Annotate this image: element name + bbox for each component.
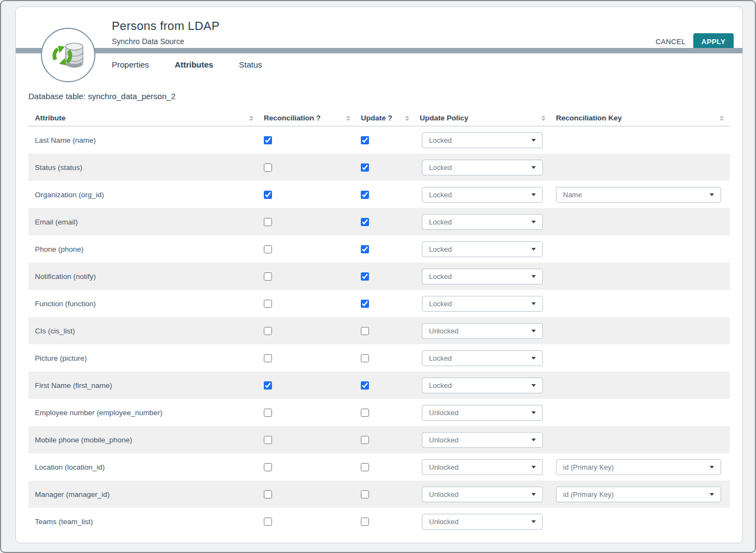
update-policy-cell: Locked	[414, 132, 551, 148]
attribute-cell: Status (status)	[28, 163, 258, 172]
sort-arrows-icon[interactable]	[405, 116, 409, 121]
reconciliation-key-select[interactable]: Name	[556, 187, 721, 203]
attribute-label: Employee number (employee_number)	[35, 409, 162, 417]
update-checkbox[interactable]	[361, 163, 369, 172]
sort-arrows-icon[interactable]	[346, 116, 350, 121]
reconciliation-checkbox[interactable]	[264, 490, 272, 499]
update-checkbox[interactable]	[361, 436, 369, 444]
update-checkbox[interactable]	[361, 327, 369, 335]
table-row: Last Name (name) Locked	[28, 126, 730, 154]
update-checkbox[interactable]	[361, 300, 369, 308]
tab-attributes[interactable]: Attributes	[174, 60, 213, 69]
update-checkbox[interactable]	[361, 409, 369, 417]
reconciliation-checkbox[interactable]	[264, 518, 272, 526]
tab-label: Properties	[112, 60, 149, 69]
reconciliation-checkbox[interactable]	[264, 136, 272, 144]
update-policy-select[interactable]: Locked	[422, 269, 543, 284]
update-checkbox[interactable]	[361, 272, 369, 281]
update-checkbox[interactable]	[361, 490, 369, 499]
sort-arrows-icon[interactable]	[249, 116, 253, 121]
column-label: Update Policy	[420, 114, 468, 122]
column-header: Attribute	[28, 110, 258, 126]
update-policy-value: Locked	[429, 163, 452, 172]
update-policy-select[interactable]: Unlocked	[422, 432, 543, 448]
table-row: Email (email) Locked	[28, 208, 730, 235]
sort-arrows-icon[interactable]	[541, 116, 546, 121]
attribute-cell: Picture (picture)	[28, 354, 258, 362]
column-label: Update ?	[361, 114, 392, 122]
reconciliation-checkbox[interactable]	[264, 409, 272, 417]
tab-label: Status	[239, 60, 262, 69]
update-checkbox[interactable]	[361, 381, 369, 390]
update-policy-select[interactable]: Locked	[422, 296, 543, 312]
attribute-label: Mobile phone (mobile_phone)	[35, 436, 132, 444]
update-checkbox[interactable]	[361, 136, 369, 144]
reconciliation-checkbox[interactable]	[264, 381, 272, 390]
reconciliation-checkbox[interactable]	[264, 354, 272, 362]
tab-status[interactable]: Status	[239, 60, 262, 69]
update-policy-select[interactable]: Locked	[422, 214, 543, 230]
update-policy-select[interactable]: Locked	[422, 378, 543, 393]
update-checkbox[interactable]	[361, 245, 369, 253]
reconciliation-checkbox[interactable]	[264, 436, 272, 444]
table-row: First Name (first_name) Locked	[28, 372, 730, 399]
update-policy-value: Unlocked	[429, 490, 458, 499]
update-cell	[355, 163, 414, 172]
update-policy-select[interactable]: Unlocked	[422, 323, 543, 339]
update-policy-select[interactable]: Locked	[422, 350, 543, 366]
attribute-cell: Manager (manager_id)	[28, 490, 258, 499]
update-checkbox[interactable]	[361, 354, 369, 362]
update-checkbox[interactable]	[361, 518, 369, 526]
datasource-card: Persons from LDAP Synchro Data Source CA…	[15, 7, 743, 543]
caret-down-icon	[531, 330, 536, 332]
reconciliation-key-select[interactable]: id (Primary Key)	[556, 487, 721, 502]
reconciliation-checkbox[interactable]	[264, 463, 272, 471]
reconciliation-checkbox[interactable]	[264, 163, 272, 172]
attribute-label: Organization (org_id)	[35, 191, 104, 199]
update-policy-select[interactable]: Unlocked	[422, 459, 543, 475]
column-label: Attribute	[35, 114, 65, 122]
table-row: Manager (manager_id) Unlocked id (Primar…	[28, 481, 730, 508]
reconciliation-checkbox[interactable]	[264, 272, 272, 281]
update-checkbox[interactable]	[361, 463, 369, 471]
caret-down-icon	[531, 411, 536, 414]
update-cell	[355, 436, 414, 444]
update-policy-select[interactable]: Unlocked	[422, 487, 543, 502]
reconciliation-checkbox[interactable]	[264, 218, 272, 226]
update-policy-cell: Unlocked	[414, 323, 551, 339]
update-cell	[355, 272, 414, 281]
update-cell	[355, 218, 414, 226]
update-policy-value: Locked	[429, 218, 452, 226]
update-policy-select[interactable]: Unlocked	[422, 514, 543, 530]
update-policy-value: Locked	[429, 300, 452, 308]
table-row: Status (status) Locked	[28, 154, 730, 181]
table-row: Employee number (employee_number) Unlock…	[28, 399, 730, 426]
reconciliation-checkbox[interactable]	[264, 245, 272, 253]
update-policy-select[interactable]: Unlocked	[422, 405, 543, 421]
update-policy-select[interactable]: Locked	[422, 241, 543, 257]
reconciliation-cell	[258, 218, 355, 226]
update-policy-select[interactable]: Locked	[422, 187, 543, 203]
update-checkbox[interactable]	[361, 218, 369, 226]
update-policy-select[interactable]: Locked	[422, 132, 543, 148]
caret-down-icon	[531, 248, 536, 251]
update-policy-cell: Locked	[414, 187, 551, 203]
reconciliation-checkbox[interactable]	[264, 191, 272, 199]
update-cell	[355, 381, 414, 390]
title-block: Persons from LDAP Synchro Data Source	[112, 19, 220, 46]
reconciliation-cell	[258, 463, 355, 471]
update-checkbox[interactable]	[361, 191, 369, 199]
reconciliation-key-select[interactable]: id (Primary Key)	[556, 459, 721, 475]
sort-arrows-icon[interactable]	[719, 116, 724, 121]
tab-properties[interactable]: Properties	[112, 60, 149, 69]
update-policy-cell: Unlocked	[414, 432, 551, 448]
update-policy-select[interactable]: Locked	[422, 160, 543, 175]
update-policy-cell: Unlocked	[414, 487, 551, 502]
attribute-cell: Function (function)	[28, 300, 258, 308]
reconciliation-checkbox[interactable]	[264, 327, 272, 335]
update-policy-value: Unlocked	[429, 436, 458, 444]
caret-down-icon	[531, 166, 536, 169]
reconciliation-checkbox[interactable]	[264, 300, 272, 308]
synchro-datasource-window: Persons from LDAP Synchro Data Source CA…	[0, 0, 756, 553]
cancel-button[interactable]: CANCEL	[656, 38, 686, 46]
